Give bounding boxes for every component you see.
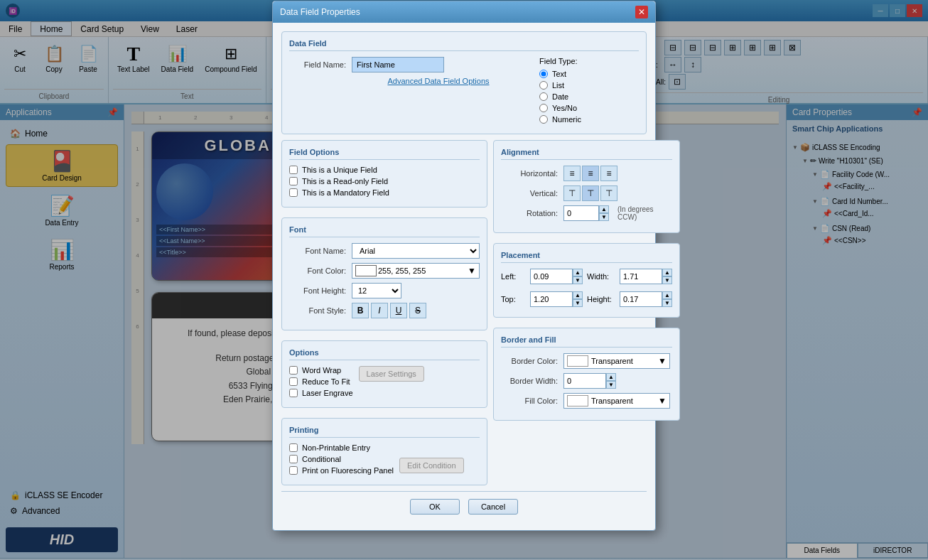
printing-checkboxes: Non-Printable Entry Conditional Print on…: [289, 443, 394, 478]
rotation-label: Rotation:: [501, 209, 558, 217]
font-name-select[interactable]: Arial: [352, 243, 480, 259]
field-name-row: Field Name:: [289, 57, 528, 72]
strikethrough-button[interactable]: S: [409, 303, 426, 318]
font-height-select[interactable]: 12 8 10 14 16: [352, 283, 401, 298]
width-row: Width: ▲ ▼: [587, 269, 672, 284]
readonly-field-label: This is a Read-only Field: [302, 177, 388, 185]
align-h-right-button[interactable]: ≡: [600, 166, 617, 181]
italic-button[interactable]: I: [371, 303, 388, 318]
underline-button[interactable]: U: [390, 303, 407, 318]
fill-color-select[interactable]: Transparent ▼: [563, 393, 670, 409]
laser-engrave-checkbox[interactable]: [289, 389, 298, 397]
field-name-label: Field Name:: [289, 60, 346, 69]
rotation-down-button[interactable]: ▼: [599, 213, 609, 221]
type-date-radio[interactable]: [539, 92, 548, 101]
rotation-up-button[interactable]: ▲: [599, 205, 609, 213]
options-content: Word Wrap Reduce To Fit Laser Engrave: [289, 366, 480, 400]
fluorescing-label: Print on Fluorescing Panel: [302, 466, 394, 475]
mandatory-field-label: This is a Mandatory Field: [302, 188, 389, 197]
type-text-radio[interactable]: [539, 70, 548, 78]
type-date-label: Date: [552, 92, 568, 101]
reduce-fit-checkbox[interactable]: [289, 377, 298, 386]
conditional-checkbox[interactable]: [289, 455, 298, 463]
bold-button[interactable]: B: [352, 303, 369, 318]
word-wrap-checkbox[interactable]: [289, 366, 298, 375]
type-text-row: Text: [539, 70, 639, 78]
unique-field-row: This is a Unique Field: [289, 166, 480, 174]
advanced-options-link[interactable]: Advanced Data Field Options: [349, 77, 528, 85]
border-width-input[interactable]: [563, 373, 606, 389]
border-color-select[interactable]: Transparent ▼: [563, 353, 670, 369]
data-field-content: Field Name: Advanced Data Field Options …: [289, 57, 639, 126]
top-row: Top: ▲ ▼: [501, 291, 583, 307]
rotation-input[interactable]: [563, 205, 599, 221]
readonly-field-checkbox[interactable]: [289, 177, 298, 185]
font-style-label: Font Style:: [289, 306, 346, 315]
left-input-group: ▲ ▼: [530, 269, 583, 284]
align-h-left-button[interactable]: ≡: [563, 166, 581, 181]
left-input[interactable]: [530, 269, 573, 284]
align-h-center-button[interactable]: ≡: [582, 166, 599, 181]
font-color-dropdown[interactable]: ▼: [468, 266, 476, 276]
align-v-top-button[interactable]: ⊤: [563, 185, 581, 201]
top-up-button[interactable]: ▲: [573, 291, 583, 299]
align-v-bottom-button[interactable]: ⊤: [600, 185, 617, 201]
conditional-row: Conditional: [289, 455, 394, 463]
width-up-button[interactable]: ▲: [662, 269, 672, 276]
left-column: Field Options This is a Unique Field Thi…: [281, 140, 487, 491]
fluorescing-checkbox[interactable]: [289, 466, 298, 475]
border-width-input-group: ▲ ▼: [563, 373, 616, 389]
font-color-value: 255, 255, 255: [378, 266, 426, 275]
font-color-input[interactable]: 255, 255, 255 ▼: [352, 263, 480, 279]
type-yesno-radio[interactable]: [539, 104, 548, 112]
data-field-left: Field Name: Advanced Data Field Options: [289, 57, 528, 126]
height-row: Height: ▲ ▼: [587, 291, 672, 307]
reduce-fit-label: Reduce To Fit: [302, 377, 350, 386]
width-input-group: ▲ ▼: [620, 269, 672, 284]
non-printable-row: Non-Printable Entry: [289, 443, 394, 452]
height-up-button[interactable]: ▲: [662, 291, 672, 299]
readonly-field-row: This is a Read-only Field: [289, 177, 480, 185]
width-down-button[interactable]: ▼: [662, 276, 672, 284]
type-numeric-radio[interactable]: [539, 115, 548, 124]
align-v-middle-button[interactable]: ⊤: [582, 185, 599, 201]
border-color-dropdown[interactable]: ▼: [658, 356, 667, 366]
placement-section-title: Placement: [501, 251, 672, 263]
alignment-section: Alignment Horizontal: ≡ ≡ ≡ Vertical:: [493, 140, 680, 233]
unique-field-checkbox[interactable]: [289, 166, 298, 174]
border-width-up-button[interactable]: ▲: [606, 373, 616, 381]
border-width-down-button[interactable]: ▼: [606, 381, 616, 389]
font-style-buttons: B I U S: [352, 303, 426, 318]
left-down-button[interactable]: ▼: [573, 276, 583, 284]
left-up-button[interactable]: ▲: [573, 269, 583, 276]
laser-engrave-label: Laser Engrave: [302, 389, 353, 397]
dialog-title: Data Field Properties: [280, 7, 360, 17]
two-col-layout: Field Options This is a Unique Field Thi…: [281, 140, 647, 491]
top-down-button[interactable]: ▼: [573, 299, 583, 307]
non-printable-checkbox[interactable]: [289, 443, 298, 452]
top-input[interactable]: [530, 291, 573, 307]
width-label: Width:: [587, 272, 615, 281]
ok-button[interactable]: OK: [410, 499, 460, 515]
fill-color-swatch: [567, 395, 588, 406]
cancel-button[interactable]: Cancel: [468, 499, 518, 515]
top-input-group: ▲ ▼: [530, 291, 583, 307]
rotation-note: (In degrees CCW): [617, 205, 672, 221]
border-width-spinner: ▲ ▼: [606, 373, 616, 389]
laser-settings-button[interactable]: Laser Settings: [359, 366, 424, 382]
edit-condition-button[interactable]: Edit Condition: [399, 458, 464, 473]
type-list-radio[interactable]: [539, 81, 548, 90]
field-name-input[interactable]: [352, 57, 444, 72]
font-color-row: Font Color: 255, 255, 255 ▼: [289, 263, 480, 279]
type-yesno-label: Yes/No: [552, 104, 577, 112]
width-input[interactable]: [620, 269, 662, 284]
mandatory-field-checkbox[interactable]: [289, 188, 298, 197]
data-field-section-title: Data Field: [289, 39, 639, 51]
fill-color-dropdown[interactable]: ▼: [658, 396, 667, 406]
height-input[interactable]: [620, 291, 662, 307]
dialog-close-button[interactable]: ✕: [635, 6, 648, 18]
font-color-label: Font Color:: [289, 266, 346, 275]
top-spinner: ▲ ▼: [573, 291, 583, 307]
type-numeric-row: Numeric: [539, 115, 639, 124]
height-down-button[interactable]: ▼: [662, 299, 672, 307]
